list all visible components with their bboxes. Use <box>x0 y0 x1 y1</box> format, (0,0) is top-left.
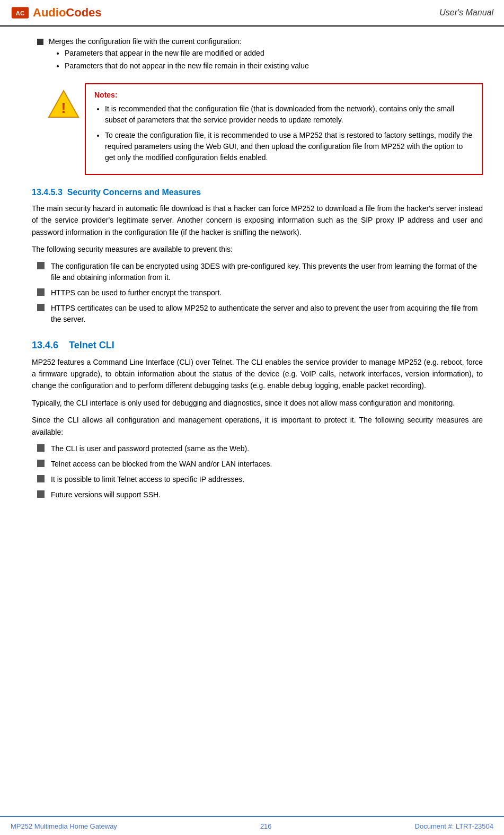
logo-audio: Audio <box>33 6 66 19</box>
bullet-row: Telnet access can be blocked from the WA… <box>37 459 483 470</box>
header-title: User's Manual <box>439 8 493 17</box>
bullet-row: HTTPS certificates can be used to allow … <box>37 303 483 325</box>
bullet-square-icon <box>37 39 43 45</box>
list-item: Parameters that appear in the new file a… <box>65 48 309 59</box>
warning-triangle-icon: ! <box>48 89 79 120</box>
logo-codes: Codes <box>66 6 101 19</box>
section-1346-para3: Since the CLI allows all configuration a… <box>32 414 483 438</box>
notes-title: Notes: <box>94 91 473 99</box>
page-header: AC AudioCodes User's Manual <box>0 0 504 27</box>
sq-bullet-icon <box>37 475 45 482</box>
bullet-row: The configuration file can be encrypted … <box>37 261 483 283</box>
sq-bullet-icon <box>37 304 45 311</box>
sq-bullet-icon <box>37 288 45 296</box>
section-1346-para2: Typically, the CLI interface is only use… <box>32 397 483 409</box>
footer-right: Document #: LTRT-23504 <box>415 822 493 830</box>
sq-bullet-icon <box>37 490 45 498</box>
section-1345-para1: The main security hazard in automatic fi… <box>32 203 483 238</box>
list-item: To create the configuration file, it is … <box>105 130 473 163</box>
intro-subbullet-list: Parameters that appear in the new file a… <box>49 48 309 72</box>
logo-area: AC AudioCodes <box>11 3 102 22</box>
list-item: Parameters that do not appear in the new… <box>65 60 309 72</box>
bullet-text: The CLI is user and password protected (… <box>51 443 483 454</box>
notes-list: It is recommended that the configuration… <box>94 103 473 163</box>
section-1345-bullets: The configuration file can be encrypted … <box>37 261 483 325</box>
warning-icon-area: ! <box>42 83 85 175</box>
bullet-text: Telnet access can be blocked from the WA… <box>51 459 483 470</box>
sq-bullet-icon <box>37 262 45 269</box>
notes-container: ! Notes: It is recommended that the conf… <box>42 83 483 175</box>
sq-bullet-icon <box>37 444 45 452</box>
notes-box: Notes: It is recommended that the config… <box>85 83 483 175</box>
bullet-text: HTTPS certificates can be used to allow … <box>51 303 483 325</box>
bullet-row: It is possible to limit Telnet access to… <box>37 474 483 485</box>
intro-bullet-text: Merges the configuration file with the c… <box>49 37 309 74</box>
main-content: Merges the configuration file with the c… <box>0 27 504 515</box>
bullet-text: The configuration file can be encrypted … <box>51 261 483 283</box>
section-1346-para1: MP252 features a Command Line Interface … <box>32 356 483 392</box>
footer-center: 216 <box>260 822 272 830</box>
audiocodes-logo-icon: AC <box>11 3 30 22</box>
bullet-text: HTTPS can be used to further encrypt the… <box>51 287 483 298</box>
list-item: It is recommended that the configuration… <box>105 103 473 126</box>
logo-text: AudioCodes <box>33 6 102 20</box>
bullet-text: It is possible to limit Telnet access to… <box>51 474 483 485</box>
svg-text:!: ! <box>61 100 66 116</box>
bullet-row: The CLI is user and password protected (… <box>37 443 483 454</box>
intro-bullet-item: Merges the configuration file with the c… <box>32 37 483 74</box>
section-1346-heading: 13.4.6 Telnet CLI <box>32 340 483 351</box>
section-1346-bullets: The CLI is user and password protected (… <box>37 443 483 500</box>
bullet-row: HTTPS can be used to further encrypt the… <box>37 287 483 298</box>
section-1345-para2: The following security measures are avai… <box>32 243 483 255</box>
footer-left: MP252 Multimedia Home Gateway <box>11 822 117 830</box>
bullet-text: Future versions will support SSH. <box>51 489 483 500</box>
page-footer: MP252 Multimedia Home Gateway 216 Docume… <box>0 816 504 835</box>
bullet-row: Future versions will support SSH. <box>37 489 483 500</box>
sq-bullet-icon <box>37 460 45 467</box>
section-1345-heading: 13.4.5.3 Security Concerns and Measures <box>32 188 483 197</box>
svg-text:AC: AC <box>16 10 25 16</box>
